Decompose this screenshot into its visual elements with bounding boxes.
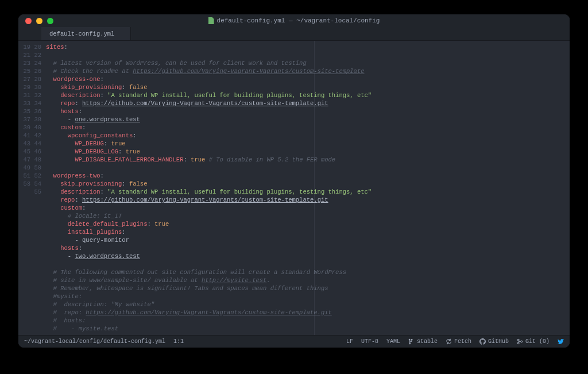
titlebar: default-config.yml — ~/vagrant-local/con… [18, 14, 570, 27]
sync-icon [446, 338, 452, 345]
status-twitter[interactable] [558, 338, 564, 345]
window-title: default-config.yml — ~/vagrant-local/con… [18, 17, 570, 24]
svg-point-1 [517, 342, 519, 344]
editor-area[interactable]: 19 20 21 22 23 24 25 26 27 28 29 30 31 3… [18, 41, 570, 335]
file-icon [208, 17, 214, 24]
status-fetch[interactable]: Fetch [446, 338, 471, 345]
line-gutter: 19 20 21 22 23 24 25 26 27 28 29 30 31 3… [18, 41, 46, 335]
status-encoding[interactable]: UTF-8 [361, 338, 378, 345]
svg-point-2 [521, 341, 523, 342]
status-lang[interactable]: YAML [386, 338, 400, 345]
twitter-icon [558, 338, 564, 345]
code-content[interactable]: sites: # latest version of WordPress, ca… [46, 41, 570, 335]
traffic-lights [18, 18, 53, 24]
git-icon [517, 338, 523, 345]
tab-bar: default-config.yml [18, 27, 570, 41]
maximize-icon[interactable] [47, 18, 53, 24]
svg-point-0 [517, 339, 519, 341]
status-github[interactable]: GitHub [479, 338, 509, 345]
status-bar: ~/vagrant-local/config/default-config.ym… [18, 335, 570, 348]
github-icon [479, 338, 486, 345]
status-eol[interactable]: LF [346, 338, 353, 345]
status-path[interactable]: ~/vagrant-local/config/default-config.ym… [24, 338, 165, 345]
branch-icon [408, 338, 415, 345]
status-git[interactable]: Git (0) [517, 338, 550, 345]
status-cursor[interactable]: 1:1 [173, 338, 184, 345]
window-title-text: default-config.yml — ~/vagrant-local/con… [217, 17, 380, 24]
tab-label: default-config.yml [49, 30, 114, 37]
close-icon[interactable] [25, 18, 32, 24]
tab-default-config[interactable]: default-config.yml [41, 27, 131, 40]
status-branch[interactable]: stable [408, 338, 438, 345]
minimize-icon[interactable] [36, 18, 42, 24]
editor-window: default-config.yml — ~/vagrant-local/con… [18, 14, 570, 348]
